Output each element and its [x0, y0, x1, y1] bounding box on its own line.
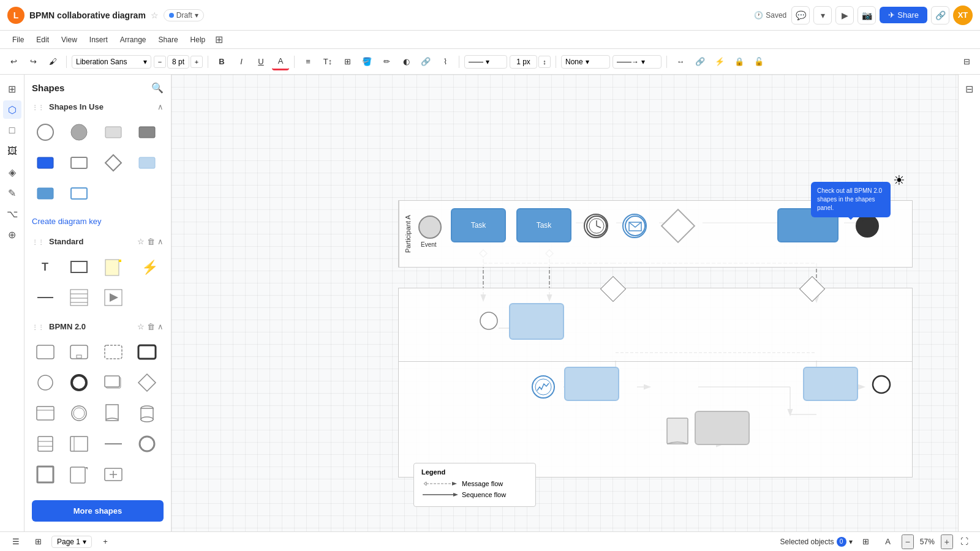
- share-button[interactable]: ✈ Share: [880, 7, 927, 23]
- shape-line[interactable]: [32, 284, 59, 311]
- bpmn-database-shape[interactable]: [134, 400, 160, 427]
- url-button[interactable]: 🔗: [692, 53, 709, 70]
- lane3-task2[interactable]: [803, 367, 858, 401]
- bpmn-section[interactable]: BPMN 2.0 ☆ 🗑 ∧: [24, 318, 171, 335]
- menu-share[interactable]: Share: [154, 34, 183, 46]
- font-size-decrease[interactable]: −: [154, 56, 166, 68]
- align-left-button[interactable]: ≡: [300, 53, 317, 70]
- canvas[interactable]: Participant A Event Task Task: [172, 75, 958, 531]
- menu-arrange[interactable]: Arrange: [115, 34, 151, 46]
- shape-circle-outline[interactable]: [32, 119, 59, 146]
- fill-color-button[interactable]: 🪣: [358, 53, 375, 70]
- bpmn-doc-shape[interactable]: [100, 400, 127, 427]
- draft-badge[interactable]: Draft ▾: [164, 9, 204, 21]
- present-button[interactable]: ▶: [835, 6, 854, 24]
- delete-section-icon[interactable]: 🗑: [147, 237, 155, 246]
- menu-help[interactable]: Help: [186, 34, 211, 46]
- bpmn-diamond-shape[interactable]: [134, 369, 160, 396]
- more-shapes-button[interactable]: More shapes: [32, 500, 164, 522]
- dropdown-button[interactable]: ▾: [813, 6, 832, 24]
- timer-event[interactable]: [584, 214, 608, 238]
- shape-list[interactable]: [66, 284, 92, 311]
- bpmn-ring-shape[interactable]: [134, 430, 160, 457]
- shape-diamond[interactable]: [100, 149, 127, 176]
- text-format-button[interactable]: T↕: [319, 53, 336, 70]
- add-page-button[interactable]: +: [97, 533, 114, 550]
- end-event-top[interactable]: [855, 214, 880, 240]
- image-panel-button[interactable]: 🖼: [3, 142, 21, 160]
- menu-insert[interactable]: Insert: [85, 34, 113, 46]
- layers-button[interactable]: ⊞: [858, 533, 875, 550]
- collapse-section-icon[interactable]: ∧: [157, 237, 164, 246]
- star-icon[interactable]: ☆: [151, 10, 159, 20]
- bpmn-expand-shape[interactable]: [100, 461, 127, 488]
- bpmn-task-dashed-shape[interactable]: [100, 339, 127, 365]
- line-color-button[interactable]: ✏: [378, 53, 395, 70]
- comment-button[interactable]: 💬: [791, 6, 810, 24]
- bpmn-task-shape[interactable]: [32, 339, 59, 365]
- bpmn-thick-ring-shape[interactable]: [32, 461, 59, 488]
- diagram-panel-button[interactable]: ◈: [3, 163, 21, 181]
- bpmn-pool-shape[interactable]: [66, 430, 92, 457]
- lightning-button[interactable]: ⚡: [711, 53, 728, 70]
- collapse-panel-button[interactable]: ⊟: [958, 53, 975, 70]
- font-size-input[interactable]: [167, 55, 189, 69]
- start-event[interactable]: Event: [416, 213, 444, 243]
- bpmn-line-shape[interactable]: [100, 430, 127, 457]
- shape-rect-light[interactable]: [100, 119, 127, 146]
- lane2-start[interactable]: [478, 310, 499, 333]
- delete-bpmn-icon[interactable]: 🗑: [147, 322, 155, 331]
- selected-chevron[interactable]: ▾: [849, 538, 853, 546]
- undo-button[interactable]: ↩: [5, 53, 22, 70]
- menu-view[interactable]: View: [56, 34, 82, 46]
- shape-rect-outline-only[interactable]: [66, 149, 92, 176]
- font-selector[interactable]: Liberation Sans ▾: [72, 55, 151, 69]
- shape-rect-blue[interactable]: [32, 180, 59, 207]
- end-event-bottom[interactable]: [870, 373, 892, 397]
- task1[interactable]: Task: [451, 208, 506, 242]
- bpmn-subprocess-shape[interactable]: [66, 339, 92, 365]
- italic-button[interactable]: I: [233, 53, 250, 70]
- shape-rect-blue-fill[interactable]: [32, 149, 59, 176]
- group-button[interactable]: 🔓: [750, 53, 767, 70]
- shapes-panel-button[interactable]: ⬡: [3, 100, 21, 119]
- gateway-lane-top[interactable]: [600, 276, 626, 302]
- bpmn-gateway-complex-shape[interactable]: [32, 430, 59, 457]
- collapse-right-button[interactable]: ⊟: [960, 80, 979, 98]
- grid-toggle-button[interactable]: ⊞: [3, 80, 21, 98]
- document-shape[interactable]: [665, 417, 690, 449]
- list-view-button[interactable]: ☰: [7, 533, 24, 550]
- shapes-in-use-section[interactable]: Shapes In Use ∧: [24, 99, 171, 115]
- star-bpmn-icon[interactable]: ☆: [137, 322, 145, 331]
- bpmn-corner-shape[interactable]: [66, 461, 92, 488]
- lock-button[interactable]: 🔒: [731, 53, 748, 70]
- arrow-end-selector[interactable]: ——→ ▾: [612, 55, 662, 69]
- plugins-icon[interactable]: ⊞: [215, 34, 223, 45]
- bpmn-shadow-rect-shape[interactable]: [100, 369, 127, 396]
- collapse-bpmn-icon[interactable]: ∧: [157, 322, 164, 331]
- pool-lower[interactable]: [398, 288, 913, 478]
- bpmn-intermediate-shape[interactable]: [66, 400, 92, 427]
- shape-rect-white[interactable]: [66, 180, 92, 207]
- link-button[interactable]: 🔗: [931, 6, 949, 24]
- bpmn-start-event-shape[interactable]: [32, 369, 59, 396]
- zoom-out-button[interactable]: −: [902, 534, 914, 549]
- shadow-button[interactable]: ◐: [398, 53, 415, 70]
- exclusive-gateway[interactable]: [661, 209, 696, 244]
- lane2-task[interactable]: [509, 303, 564, 340]
- arrow-start-selector[interactable]: None ▾: [561, 55, 610, 69]
- extra-panel-button[interactable]: ⊕: [3, 225, 21, 244]
- lane3-task1[interactable]: [564, 367, 619, 401]
- shape-text[interactable]: T: [32, 253, 59, 280]
- lane3-intermediate[interactable]: [530, 374, 556, 402]
- connector-panel-button[interactable]: ⌥: [3, 204, 21, 223]
- lane3-task-grey[interactable]: [695, 411, 750, 445]
- gateway-lane-right[interactable]: [799, 276, 825, 302]
- fit-screen-button[interactable]: ⛶: [956, 533, 973, 550]
- redo-button[interactable]: ↪: [24, 53, 42, 70]
- bpmn-call-shape[interactable]: [32, 400, 59, 427]
- line-style-selector[interactable]: —— ▾: [464, 55, 507, 69]
- task2[interactable]: Task: [516, 208, 571, 242]
- font-size-increase[interactable]: +: [190, 56, 203, 68]
- format-painter-button[interactable]: 🖌: [44, 53, 61, 70]
